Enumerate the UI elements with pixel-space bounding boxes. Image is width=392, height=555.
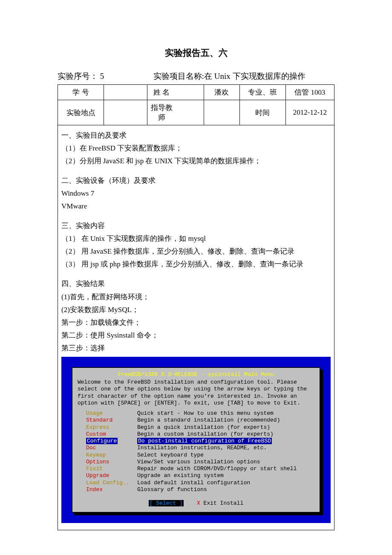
experiment-number: 实验序号： 5 xyxy=(58,71,151,82)
menu-item[interactable]: Load Config..Load default install config… xyxy=(86,480,314,486)
menu-item[interactable]: ConfigureDo post-install configuration o… xyxy=(86,438,314,445)
menu-item[interactable]: OptionsView/Set various installation opt… xyxy=(86,459,314,465)
section-3-item: （2） 用 JavaSE 操作数据库，至少分别插入、修改、删除、查询一条记录 xyxy=(61,246,331,257)
value-name: 潘欢 xyxy=(204,85,239,100)
section-4-heading: 四、实验结果 xyxy=(61,278,331,290)
label-teacher: 指导教师 xyxy=(147,100,176,125)
section-3-item: （3） 用 jsp 或 php 操作数据库，至少分别插入、修改、删除、查询一条记… xyxy=(61,258,331,270)
label-student-id: 学 号 xyxy=(58,85,104,100)
section-1-item: （1）在 FreeBSD 下安装配置数据库； xyxy=(61,142,331,154)
section-3-heading: 三、实验内容 xyxy=(61,220,331,232)
menu-list[interactable]: UsageQuick start - How to use this menu … xyxy=(86,410,314,493)
select-button[interactable]: [ Select ] xyxy=(149,500,184,506)
section-4-item: 第二步：使用 Sysinstall 命令； xyxy=(61,330,331,341)
dialog-title: FreeBSD/i386 8.3-RELEASE - sysinstall Ma… xyxy=(78,371,314,378)
terminal-screenshot: FreeBSD/i386 8.3-RELEASE - sysinstall Ma… xyxy=(61,357,331,523)
menu-item[interactable]: ExpressBegin a quick installation (for e… xyxy=(86,424,314,431)
section-1-item: （2）分别用 JavaSE 和 jsp 在 UNIX 下实现简单的数据库操作； xyxy=(61,155,331,167)
label-time: 时间 xyxy=(239,100,285,125)
subtitle-row: 实验序号： 5 实验项目名称:在 Unix 下实现数据库的操作 xyxy=(58,71,334,82)
sysinstall-dialog: FreeBSD/i386 8.3-RELEASE - sysinstall Ma… xyxy=(72,367,320,513)
document-body: 一、实验目的及要求 （1）在 FreeBSD 下安装配置数据库； （2）分别用 … xyxy=(58,125,334,530)
value-class: 信管 1003 xyxy=(285,85,334,100)
dialog-intro: Welcome to the FreeBSD installation and … xyxy=(78,379,314,407)
menu-item[interactable]: StandardBegin a standard installation (r… xyxy=(86,417,314,424)
section-4-item: 第一步：加载镜像文件； xyxy=(61,317,331,329)
section-4-item: (1)首先，配置好网络环境； xyxy=(61,291,331,303)
value-time: 2012-12-12 xyxy=(285,100,334,125)
section-4-item: 第三步：选择 xyxy=(61,342,331,354)
menu-item[interactable]: IndexGlossary of functions xyxy=(86,486,314,493)
table-row: 学 号 姓 名 潘欢 专业、班 信管 1003 xyxy=(58,85,334,100)
menu-item[interactable]: UpgradeUpgrade an existing system xyxy=(86,472,314,479)
experiment-name: 实验项目名称:在 Unix 下实现数据库的操作 xyxy=(153,71,306,82)
section-1-heading: 一、实验目的及要求 xyxy=(61,130,331,142)
section-2-item: Windows 7 xyxy=(61,188,331,199)
exit-x-icon: X xyxy=(197,500,200,506)
menu-item[interactable]: CustomBegin a custom installation (for e… xyxy=(86,431,314,438)
section-3-item: （1） 在 Unix 下实现数据库的操作，如 mysql xyxy=(61,233,331,245)
document-title: 实验报告五、六 xyxy=(58,47,334,59)
table-row: 实验地点 指导教师 时间 2012-12-12 xyxy=(58,100,334,125)
section-2-item: VMware xyxy=(61,200,331,212)
section-2-heading: 二、实验设备（环境）及要求 xyxy=(61,175,331,187)
info-table: 学 号 姓 名 潘欢 专业、班 信管 1003 实验地点 指导教师 时间 201… xyxy=(58,84,334,530)
dialog-buttons: [ Select ] X Exit Install xyxy=(78,498,314,509)
menu-item[interactable]: UsageQuick start - How to use this menu … xyxy=(86,410,314,417)
label-name-a: 姓 名 xyxy=(147,85,176,100)
label-class: 专业、班 xyxy=(239,85,285,100)
menu-item[interactable]: DocInstallation instructions, README, et… xyxy=(86,445,314,451)
label-location: 实验地点 xyxy=(58,100,104,125)
menu-item[interactable]: FixitRepair mode with CDROM/DVD/floppy o… xyxy=(86,465,314,472)
value-teacher xyxy=(204,100,239,125)
value-student-id xyxy=(104,85,147,100)
exit-button[interactable]: Exit Install xyxy=(204,500,244,506)
menu-item[interactable]: KeymapSelect keyboard type xyxy=(86,452,314,459)
section-4-item: (2)安装数据库 MySQL； xyxy=(61,304,331,316)
value-location xyxy=(104,100,147,125)
